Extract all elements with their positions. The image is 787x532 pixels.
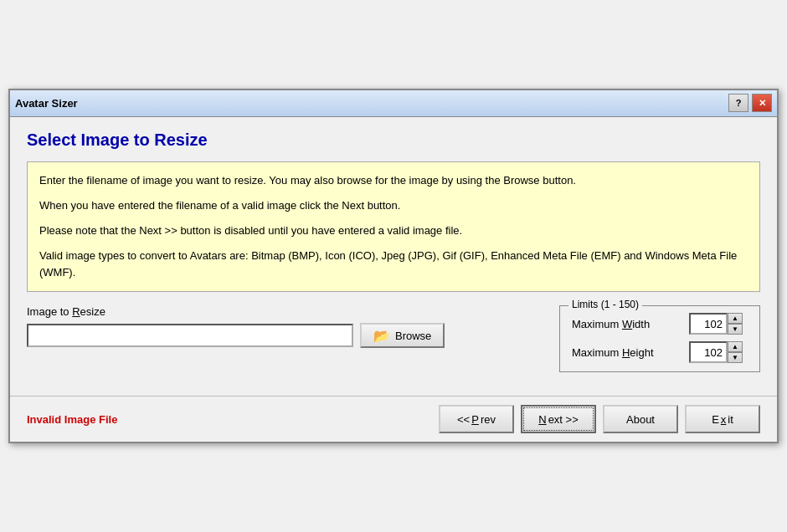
form-area: Image to Resize 📂 Browse Limits (1 - 150…: [27, 305, 760, 372]
next-button[interactable]: Next >>: [521, 405, 596, 433]
about-button[interactable]: About: [603, 405, 678, 433]
max-width-label: Maximum Width: [572, 318, 681, 330]
info-paragraph-2: When you have entered the filename of a …: [39, 197, 748, 214]
help-button[interactable]: ?: [728, 94, 748, 112]
max-height-up-button[interactable]: ▲: [728, 341, 743, 352]
status-text: Invalid Image File: [27, 413, 439, 426]
max-width-down-button[interactable]: ▼: [728, 324, 743, 335]
image-label: Image to Resize: [27, 305, 543, 318]
info-box: Enter the filename of image you want to …: [27, 161, 760, 293]
main-window: Avatar Sizer ? ✕ Select Image to Resize …: [8, 89, 779, 444]
info-paragraph-1: Enter the filename of image you want to …: [39, 172, 748, 189]
browse-label: Browse: [395, 330, 431, 342]
max-width-row: Maximum Width 102 ▲ ▼: [572, 313, 748, 335]
page-title: Select Image to Resize: [27, 130, 760, 150]
browse-button[interactable]: 📂 Browse: [360, 323, 445, 348]
close-button[interactable]: ✕: [752, 94, 772, 112]
window-title: Avatar Sizer: [15, 97, 78, 110]
filename-input[interactable]: [27, 324, 353, 347]
limits-group: Limits (1 - 150) Maximum Width 102 ▲ ▼ M…: [559, 305, 760, 372]
info-paragraph-3: Please note that the Next >> button is d…: [39, 223, 748, 239]
image-resize-section: Image to Resize 📂 Browse: [27, 305, 543, 348]
footer: Invalid Image File << Prev Next >> About…: [10, 396, 777, 442]
content-area: Select Image to Resize Enter the filenam…: [10, 117, 777, 396]
limits-legend: Limits (1 - 150): [568, 299, 642, 310]
max-height-label: Maximum Height: [572, 346, 681, 359]
max-height-spinner-buttons: ▲ ▼: [728, 341, 743, 363]
info-paragraph-4: Valid image types to convert to Avatars …: [39, 248, 748, 281]
footer-buttons: << Prev Next >> About Exit: [439, 405, 760, 433]
title-bar: Avatar Sizer ? ✕: [10, 90, 777, 117]
max-width-up-button[interactable]: ▲: [728, 313, 743, 324]
max-height-down-button[interactable]: ▼: [728, 352, 743, 363]
max-width-spinner: 102 ▲ ▼: [689, 313, 743, 335]
max-height-spinner: 102 ▲ ▼: [689, 341, 743, 363]
max-width-spinner-buttons: ▲ ▼: [728, 313, 743, 335]
input-row: 📂 Browse: [27, 323, 543, 348]
title-bar-buttons: ? ✕: [728, 94, 772, 112]
browse-icon: 📂: [373, 328, 390, 344]
prev-button[interactable]: << Prev: [439, 405, 514, 433]
exit-button[interactable]: Exit: [685, 405, 760, 433]
max-width-input[interactable]: 102: [689, 313, 728, 335]
max-height-row: Maximum Height 102 ▲ ▼: [572, 341, 748, 363]
max-height-input[interactable]: 102: [689, 341, 728, 363]
